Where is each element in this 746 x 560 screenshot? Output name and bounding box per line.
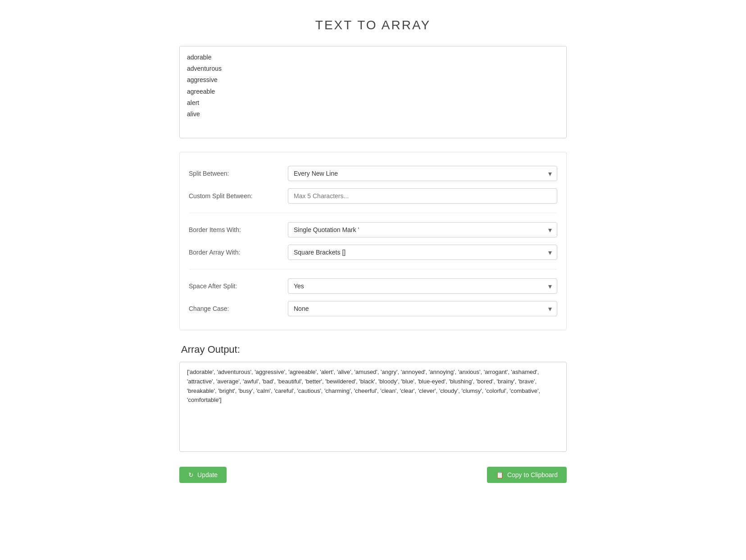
divider-1 — [189, 213, 557, 213]
change-case-control: NoneUppercaseLowercaseTitle Case — [288, 301, 557, 316]
split-between-select-wrapper: Every New LineCommaSpaceTabCustom — [288, 166, 557, 181]
update-button[interactable]: ↻ Update — [179, 467, 227, 483]
border-items-control: Single Quotation Mark 'Double Quotation … — [288, 222, 557, 237]
copy-to-clipboard-button[interactable]: 📋 Copy to Clipboard — [487, 467, 567, 483]
space-after-split-label: Space After Split: — [189, 282, 288, 290]
split-between-label: Split Between: — [189, 170, 288, 177]
array-output-section: Array Output: — [179, 344, 567, 453]
update-icon: ↻ — [188, 471, 194, 478]
border-array-row: Border Array With: Square Brackets []Cur… — [189, 245, 557, 260]
border-array-control: Square Brackets []Curly Brackets {}Paren… — [288, 245, 557, 260]
border-array-select-wrapper: Square Brackets []Curly Brackets {}Paren… — [288, 245, 557, 260]
copy-button-label: Copy to Clipboard — [507, 471, 558, 478]
custom-split-input[interactable] — [288, 188, 557, 204]
space-after-split-row: Space After Split: YesNo — [189, 278, 557, 294]
array-output-textarea[interactable] — [179, 362, 567, 452]
page-title: TEXT TO ARRAY — [179, 18, 567, 32]
copy-icon: 📋 — [496, 471, 504, 478]
border-array-label: Border Array With: — [189, 249, 288, 256]
text-input[interactable] — [180, 46, 566, 137]
change-case-label: Change Case: — [189, 305, 288, 312]
custom-split-label: Custom Split Between: — [189, 192, 288, 200]
border-items-row: Border Items With: Single Quotation Mark… — [189, 222, 557, 237]
border-items-select-wrapper: Single Quotation Mark 'Double Quotation … — [288, 222, 557, 237]
change-case-select-wrapper: NoneUppercaseLowercaseTitle Case — [288, 301, 557, 316]
split-between-row: Split Between: Every New LineCommaSpaceT… — [189, 166, 557, 181]
array-output-title: Array Output: — [179, 344, 567, 355]
update-button-label: Update — [197, 471, 218, 478]
change-case-row: Change Case: NoneUppercaseLowercaseTitle… — [189, 301, 557, 316]
change-case-select[interactable]: NoneUppercaseLowercaseTitle Case — [288, 301, 557, 316]
space-after-split-select-wrapper: YesNo — [288, 278, 557, 294]
border-items-label: Border Items With: — [189, 226, 288, 233]
space-after-split-select[interactable]: YesNo — [288, 278, 557, 294]
text-input-section — [179, 46, 567, 138]
divider-2 — [189, 269, 557, 269]
custom-split-row: Custom Split Between: — [189, 188, 557, 204]
space-after-split-control: YesNo — [288, 278, 557, 294]
border-array-select[interactable]: Square Brackets []Curly Brackets {}Paren… — [288, 245, 557, 260]
split-between-select[interactable]: Every New LineCommaSpaceTabCustom — [288, 166, 557, 181]
buttons-row: ↻ Update 📋 Copy to Clipboard — [179, 467, 567, 483]
border-items-select[interactable]: Single Quotation Mark 'Double Quotation … — [288, 222, 557, 237]
split-between-control: Every New LineCommaSpaceTabCustom — [288, 166, 557, 181]
options-section: Split Between: Every New LineCommaSpaceT… — [179, 152, 567, 330]
custom-split-control — [288, 188, 557, 204]
